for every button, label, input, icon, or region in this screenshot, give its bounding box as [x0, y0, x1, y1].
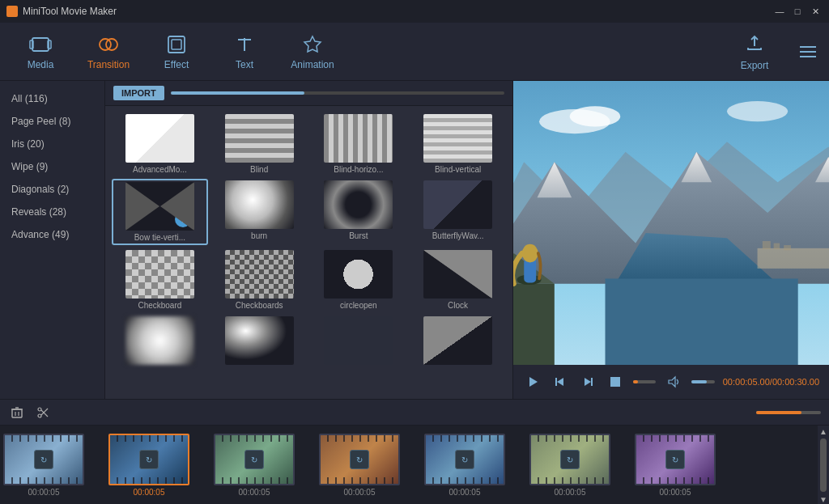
svg-rect-38 [12, 409, 22, 417]
seek-slider[interactable] [633, 380, 656, 383]
scene-svg [513, 81, 829, 365]
progress-fill [171, 91, 304, 95]
transition-clock[interactable]: Clock [410, 248, 506, 311]
transition-burn[interactable]: burn [211, 179, 308, 245]
transition-r4-4[interactable] [410, 315, 506, 369]
zoom-slider[interactable] [756, 411, 821, 414]
transition-blind-h[interactable]: Blind-horizo... [311, 112, 407, 176]
clip-2[interactable]: ↻ 00:00:05 [108, 434, 189, 497]
sidebar-item-wipe[interactable]: Wipe (9) [0, 155, 104, 178]
transition-r4-2[interactable] [211, 315, 308, 369]
filmstrip-top-5 [426, 435, 504, 442]
toolbar-transition[interactable]: Transition [76, 26, 141, 78]
transition-checkboards[interactable]: Checkboards [211, 248, 308, 311]
next-frame-button[interactable] [578, 372, 597, 392]
connector-2-3 [189, 439, 214, 491]
transition-thumb-blind [225, 114, 294, 163]
transition-advancedmo[interactable]: AdvancedMo... [112, 112, 208, 176]
clip-5[interactable]: ↻ 00:00:05 [424, 434, 505, 497]
zoom-control [756, 411, 821, 414]
clip-4[interactable]: ↻ 00:00:05 [319, 434, 400, 497]
menu-button[interactable] [795, 39, 821, 65]
clip-transition-icon-5: ↻ [455, 450, 474, 469]
transition-checkboard[interactable]: Checkboard [112, 248, 208, 311]
clip-7[interactable]: ↻ 00:00:05 [635, 434, 716, 497]
transition-burst[interactable]: Burst [311, 179, 407, 245]
toolbar: Media Transition Effect [0, 23, 829, 81]
transition-r4-3[interactable] [311, 315, 407, 369]
prev-frame-button[interactable] [551, 372, 570, 392]
stop-button[interactable] [606, 372, 625, 392]
main-area: All (116) Page Peel (8) Iris (20) Wipe (… [0, 81, 829, 399]
scroll-down[interactable]: ▼ [818, 493, 829, 504]
clips-area: ↻ 00:00:05 ↻ 00:00:05 ↻ [0, 426, 829, 504]
sidebar-item-diagonals[interactable]: Diagonals (2) [0, 178, 104, 201]
clip-transition-icon-6: ↻ [560, 450, 580, 469]
play-button[interactable] [523, 372, 542, 392]
export-label: Export [741, 60, 769, 71]
toolbar-animation[interactable]: Animation [280, 26, 345, 78]
sidebar-item-advance[interactable]: Advance (49) [0, 223, 104, 246]
svg-marker-37 [669, 377, 675, 387]
filmstrip-bottom-4 [321, 477, 398, 484]
sidebar: All (116) Page Peel (8) Iris (20) Wipe (… [0, 81, 105, 399]
clip-thumb-4: ↻ [319, 434, 400, 485]
scroll-up[interactable]: ▲ [818, 426, 829, 437]
clip-thumb-7: ↻ [635, 434, 716, 485]
transition-r4-1[interactable] [112, 315, 208, 369]
export-icon [743, 32, 766, 57]
timeline-scrollbar[interactable]: ▲ ▼ [818, 426, 829, 504]
clip-thumb-1: ↻ [3, 434, 84, 485]
close-button[interactable]: ✕ [808, 4, 823, 19]
svg-marker-31 [529, 377, 538, 387]
clip-1[interactable]: ↻ 00:00:05 [3, 434, 84, 497]
transition-label-checkboards: Checkboards [236, 301, 283, 310]
minimize-button[interactable]: — [772, 4, 787, 19]
delete-button[interactable] [8, 404, 26, 421]
filmstrip-bottom-5 [426, 477, 504, 484]
toolbar-text[interactable]: Text [212, 26, 277, 78]
scissors-button[interactable] [34, 404, 52, 421]
transition-thumb-blind-h [324, 114, 393, 163]
svg-rect-2 [30, 40, 33, 49]
maximize-button[interactable]: □ [790, 4, 805, 19]
svg-rect-35 [591, 378, 593, 386]
scroll-thumb[interactable] [820, 438, 827, 492]
transition-label-circleopen: circleopen [340, 301, 377, 310]
transition-blind[interactable]: Blind [211, 112, 308, 176]
sidebar-item-reveals[interactable]: Reveals (28) [0, 201, 104, 223]
clip-time-4: 00:00:05 [344, 488, 376, 497]
transition-butterfly[interactable]: ButterflyWav... [410, 179, 506, 245]
transitions-panel: IMPORT AdvancedMo... Blind Blind-horizo.… [105, 81, 513, 399]
add-transition-icon: + [175, 211, 191, 227]
text-label: Text [236, 59, 253, 70]
clip-thumb-5: ↻ [424, 434, 505, 485]
transition-bowtie[interactable]: + Bow tie-verti... [112, 179, 208, 245]
toolbar-media[interactable]: Media [8, 26, 73, 78]
clip-6[interactable]: ↻ 00:00:05 [529, 434, 610, 497]
volume-slider[interactable] [691, 380, 714, 383]
timeline-tracks: ↻ 00:00:05 ↻ 00:00:05 ↻ [0, 426, 829, 504]
clip-thumb-3: ↻ [214, 434, 295, 485]
transition-circleopen[interactable]: circleopen [311, 248, 407, 311]
svg-point-43 [38, 414, 41, 417]
transition-blind-v[interactable]: Blind-vertical [410, 112, 506, 176]
import-button[interactable]: IMPORT [113, 86, 164, 100]
svg-rect-1 [32, 38, 49, 51]
filmstrip-top-3 [215, 435, 293, 442]
svg-rect-25 [763, 241, 771, 249]
transitions-grid: AdvancedMo... Blind Blind-horizo... Blin… [105, 106, 512, 399]
export-button[interactable]: Export [722, 26, 787, 78]
transition-thumb-advanced [125, 114, 194, 163]
clip-transition-icon-7: ↻ [665, 450, 685, 469]
svg-rect-6 [168, 36, 185, 53]
sidebar-item-all[interactable]: All (116) [0, 87, 104, 110]
titlebar-controls: — □ ✕ [772, 4, 823, 19]
sidebar-item-pagepeel[interactable]: Page Peel (8) [0, 110, 104, 133]
svg-rect-33 [555, 378, 557, 386]
svg-rect-3 [48, 40, 51, 49]
clip-3[interactable]: ↻ 00:00:05 [214, 434, 295, 497]
sidebar-item-iris[interactable]: Iris (20) [0, 133, 104, 155]
toolbar-effect[interactable]: Effect [144, 26, 209, 78]
volume-icon[interactable] [664, 372, 683, 392]
